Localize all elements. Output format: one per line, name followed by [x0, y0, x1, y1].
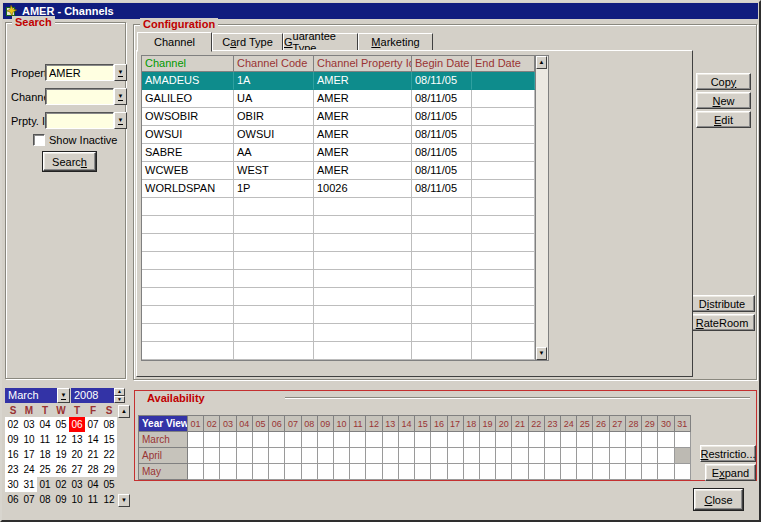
availability-cell[interactable]: [285, 432, 301, 448]
table-scrollbar[interactable]: ▲ ▼: [535, 56, 548, 360]
availability-cell[interactable]: [448, 448, 464, 464]
availability-cell[interactable]: [415, 448, 431, 464]
calendar-day[interactable]: 22: [101, 447, 117, 462]
availability-cell[interactable]: [561, 432, 577, 448]
calendar-day[interactable]: 09: [53, 492, 69, 507]
availability-cell[interactable]: [318, 464, 334, 480]
table-row[interactable]: WCWEBWESTAMER08/11/05: [142, 162, 535, 180]
availability-cell[interactable]: [415, 464, 431, 480]
availability-cell[interactable]: [431, 432, 447, 448]
property-dropdown-button[interactable]: ▼: [114, 64, 127, 81]
calendar-day[interactable]: 07: [85, 417, 101, 432]
availability-cell[interactable]: [448, 464, 464, 480]
table-empty-row[interactable]: [142, 324, 535, 342]
availability-cell[interactable]: [350, 448, 366, 464]
availability-cell[interactable]: [577, 464, 593, 480]
calendar-day[interactable]: 03: [21, 417, 37, 432]
calendar-day[interactable]: 11: [37, 432, 53, 447]
availability-cell[interactable]: [383, 464, 399, 480]
title-bar[interactable]: AMER - Channels: [3, 3, 758, 19]
tab-guarantee-type[interactable]: Guarantee Type: [283, 33, 358, 51]
availability-cell[interactable]: [302, 464, 318, 480]
calendar-day[interactable]: 29: [101, 462, 117, 477]
channel-input[interactable]: [45, 88, 114, 105]
availability-cell[interactable]: [237, 464, 253, 480]
availability-cell[interactable]: [480, 432, 496, 448]
calendar-day[interactable]: 05: [53, 417, 69, 432]
search-button[interactable]: Search: [43, 152, 96, 171]
restrictions-button[interactable]: Restrictio...: [700, 445, 756, 462]
year-view-cell[interactable]: Year View: [139, 416, 188, 432]
availability-cell[interactable]: [302, 448, 318, 464]
calendar-day[interactable]: 03: [69, 477, 85, 492]
rateroom-button[interactable]: RateRoom: [689, 314, 755, 331]
availability-cell[interactable]: [642, 464, 658, 480]
availability-cell[interactable]: [269, 448, 285, 464]
availability-cell[interactable]: [577, 432, 593, 448]
availability-cell[interactable]: [188, 464, 204, 480]
availability-cell[interactable]: [318, 432, 334, 448]
availability-cell[interactable]: [593, 432, 609, 448]
distribute-button[interactable]: Distribute: [689, 295, 755, 312]
availability-cell[interactable]: [302, 432, 318, 448]
availability-cell[interactable]: [464, 432, 480, 448]
calendar-day[interactable]: 28: [85, 462, 101, 477]
show-inactive-checkbox[interactable]: [33, 134, 45, 146]
availability-cell[interactable]: [399, 432, 415, 448]
availability-cell[interactable]: [512, 448, 528, 464]
table-row[interactable]: GALILEOUAAMER08/11/05: [142, 90, 535, 108]
calendar-day[interactable]: 10: [21, 432, 37, 447]
availability-cell[interactable]: [431, 448, 447, 464]
availability-cell[interactable]: [658, 448, 674, 464]
availability-cell[interactable]: [383, 448, 399, 464]
availability-cell[interactable]: [334, 464, 350, 480]
availability-cell[interactable]: [220, 432, 236, 448]
table-row[interactable]: AMADEUS1AAMER08/11/05: [142, 72, 535, 90]
edit-button[interactable]: Edit: [696, 111, 751, 128]
calendar-day[interactable]: 15: [101, 432, 117, 447]
availability-cell[interactable]: [496, 464, 512, 480]
calendar-day[interactable]: 23: [5, 462, 21, 477]
availability-cell[interactable]: [675, 464, 691, 480]
availability-cell[interactable]: [464, 464, 480, 480]
prpty-id-dropdown-button[interactable]: ▼: [114, 112, 127, 129]
availability-cell[interactable]: [188, 432, 204, 448]
availability-cell[interactable]: [626, 448, 642, 464]
table-empty-row[interactable]: [142, 288, 535, 306]
availability-cell[interactable]: [593, 464, 609, 480]
table-empty-row[interactable]: [142, 306, 535, 324]
availability-cell[interactable]: [253, 432, 269, 448]
calendar-day[interactable]: 21: [85, 447, 101, 462]
calendar-month-dropdown-button[interactable]: ▼: [57, 388, 70, 403]
property-input[interactable]: [45, 64, 114, 81]
availability-cell[interactable]: [366, 464, 382, 480]
calendar-day[interactable]: 16: [5, 447, 21, 462]
copy-button[interactable]: Copy: [696, 73, 751, 90]
availability-cell[interactable]: [366, 432, 382, 448]
calendar-day[interactable]: 13: [69, 432, 85, 447]
availability-cell[interactable]: [512, 432, 528, 448]
availability-cell[interactable]: [253, 448, 269, 464]
calendar-day[interactable]: 09: [5, 432, 21, 447]
calendar-day[interactable]: 19: [53, 447, 69, 462]
availability-cell[interactable]: [675, 432, 691, 448]
availability-cell[interactable]: [512, 464, 528, 480]
spinner-down-icon[interactable]: ▼: [114, 396, 125, 404]
scroll-down-icon[interactable]: ▼: [118, 494, 130, 507]
availability-cell[interactable]: [350, 432, 366, 448]
calendar-day[interactable]: 14: [85, 432, 101, 447]
calendar-year-spinner[interactable]: ▲ ▼: [114, 388, 125, 403]
availability-cell[interactable]: [334, 432, 350, 448]
availability-cell[interactable]: [220, 448, 236, 464]
calendar-scrollbar[interactable]: ▲ ▼: [118, 405, 130, 507]
table-row[interactable]: SABREAAAMER08/11/05: [142, 144, 535, 162]
availability-cell[interactable]: [383, 432, 399, 448]
availability-cell[interactable]: [415, 432, 431, 448]
table-row[interactable]: WORLDSPAN1P1002608/11/05: [142, 180, 535, 198]
availability-cell[interactable]: [253, 464, 269, 480]
availability-cell[interactable]: [610, 432, 626, 448]
availability-cell[interactable]: [675, 448, 691, 464]
calendar-day[interactable]: 12: [53, 432, 69, 447]
calendar-day[interactable]: 08: [101, 417, 117, 432]
availability-cell[interactable]: [529, 448, 545, 464]
